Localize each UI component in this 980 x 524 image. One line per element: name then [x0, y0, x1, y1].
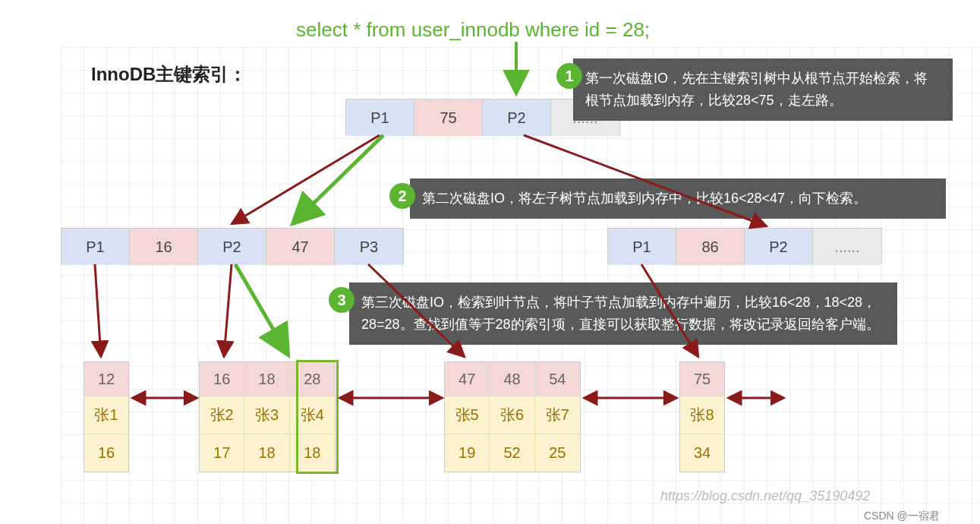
key: 16	[130, 229, 198, 265]
section-title: InnoDB主键索引：	[91, 62, 247, 87]
sql-query: select * from user_innodb where id = 28;	[296, 18, 650, 42]
leaf-key: 16	[200, 362, 244, 396]
leaf-key: 12	[84, 362, 128, 396]
step-3-box: 第三次磁盘IO，检索到叶节点，将叶子节点加载到内存中遍历，比较16<28，18<…	[349, 283, 897, 345]
pointer: P2	[198, 229, 266, 265]
leaf-val: 19	[445, 434, 490, 472]
leaf-val: 25	[535, 434, 580, 472]
pointer: P1	[608, 229, 676, 265]
leaf-name: 张5	[445, 396, 490, 434]
pointer: P1	[61, 229, 130, 265]
leaf-node-1: 12 张1 16	[84, 361, 129, 472]
leaf-val: 18	[244, 434, 289, 472]
leaf-val: 34	[680, 434, 724, 472]
pointer: P3	[335, 229, 403, 265]
key: 75	[414, 99, 483, 136]
more: ......	[813, 229, 881, 265]
clip	[0, 0, 61, 524]
pointer: P2	[745, 229, 813, 265]
btree-internal-left: P1 16 P2 47 P3	[61, 228, 404, 264]
watermark-url: https://blog.csdn.net/qq_35190492	[660, 488, 870, 504]
leaf-name: 张6	[490, 396, 534, 434]
leaf-val: 17	[200, 434, 244, 472]
leaf-name: 张7	[535, 396, 580, 434]
leaf-node-4: 75 张8 34	[679, 361, 725, 472]
step-1-box: 第一次磁盘IO，先在主键索引树中从根节点开始检索，将根节点加载到内存，比较28<…	[573, 58, 953, 121]
leaf-node-3: 47 48 54 张5 张6 张7 19 52 25	[444, 361, 581, 472]
watermark-author: CSDN @一宿君	[864, 510, 940, 523]
key: 47	[266, 229, 335, 265]
step-2-box: 第二次磁盘IO，将左子树节点加载到内存中，比较16<28<47，向下检索。	[410, 178, 946, 219]
leaf-name: 张8	[680, 396, 724, 434]
leaf-name: 张2	[200, 396, 244, 434]
pointer: P1	[346, 99, 414, 136]
step-badge-1: 1	[556, 63, 582, 89]
leaf-val: 16	[84, 434, 128, 472]
leaf-name: 张3	[244, 396, 289, 434]
btree-internal-right: P1 86 P2 ......	[607, 228, 882, 264]
leaf-key: 18	[244, 362, 289, 396]
leaf-key: 75	[680, 362, 724, 396]
leaf-val: 52	[490, 434, 534, 472]
highlight-found-record	[296, 360, 339, 474]
pointer: P2	[483, 99, 551, 136]
leaf-key: 54	[535, 362, 580, 396]
leaf-key: 48	[490, 362, 534, 396]
step-badge-3: 3	[329, 287, 355, 313]
leaf-key: 47	[445, 362, 490, 396]
leaf-name: 张1	[84, 396, 128, 434]
key: 86	[676, 229, 745, 265]
step-badge-2: 2	[389, 183, 415, 209]
